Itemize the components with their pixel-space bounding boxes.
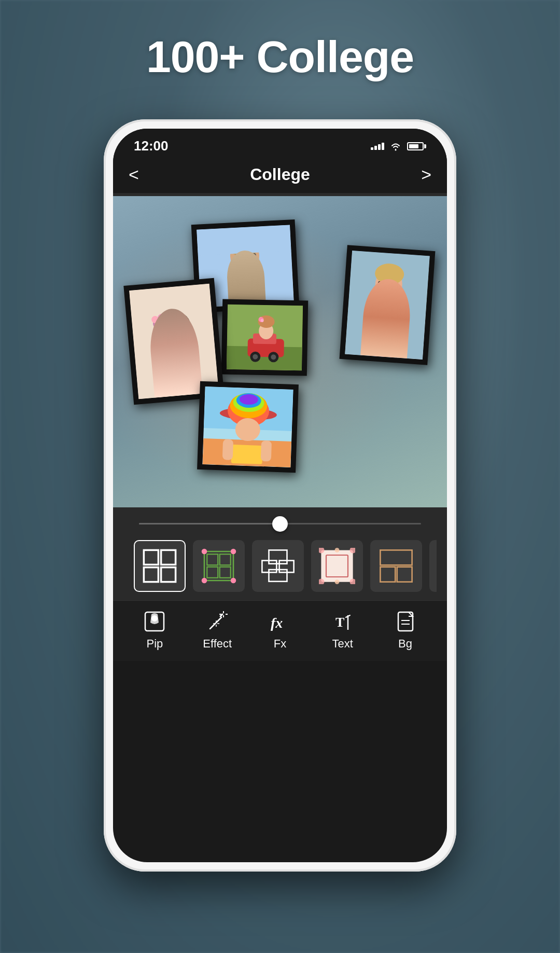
- svg-rect-7: [197, 225, 291, 255]
- svg-line-88: [210, 617, 221, 629]
- svg-text:T: T: [335, 615, 344, 630]
- pip-label: Pip: [146, 637, 163, 651]
- svg-point-65: [231, 549, 236, 555]
- status-bar: 12:00: [113, 129, 447, 159]
- template-item-1[interactable]: [134, 540, 186, 592]
- template-icon-3: [260, 548, 296, 584]
- svg-rect-33: [156, 329, 171, 381]
- svg-point-66: [202, 578, 207, 584]
- nav-bar: < College >: [113, 159, 447, 193]
- svg-rect-6: [246, 254, 256, 259]
- photo-3: [227, 305, 303, 371]
- toolbar-pip[interactable]: Pip: [134, 610, 175, 651]
- svg-point-40: [167, 337, 171, 341]
- svg-point-41: [177, 336, 181, 340]
- svg-rect-52: [231, 445, 263, 464]
- template-item-4[interactable]: [311, 540, 363, 592]
- bg-icon: [394, 610, 417, 633]
- svg-rect-61: [220, 554, 231, 565]
- template-icon-4: [319, 548, 355, 584]
- bg-label: Bg: [398, 637, 412, 651]
- effect-label: Effect: [203, 637, 232, 651]
- slider-thumb[interactable]: [272, 516, 288, 532]
- slider-fill: [139, 523, 280, 524]
- svg-text:REAL: REAL: [375, 320, 393, 328]
- template-item-5[interactable]: [370, 540, 422, 592]
- svg-rect-59: [204, 551, 233, 581]
- status-icons: [371, 141, 426, 151]
- toolbar-effect[interactable]: Effect: [197, 610, 238, 651]
- svg-rect-54: [261, 440, 272, 462]
- photo-collage: REAL: [113, 196, 447, 507]
- svg-rect-55: [144, 550, 158, 564]
- photo-5: [202, 386, 293, 467]
- canvas-area: REAL: [113, 196, 447, 507]
- signal-icon: [371, 143, 384, 150]
- photo-frame-2[interactable]: REAL: [340, 245, 436, 365]
- svg-rect-81: [380, 567, 395, 582]
- svg-point-31: [157, 320, 191, 357]
- bottom-panel: Family: [113, 507, 447, 600]
- text-icon: T: [331, 610, 354, 633]
- svg-text:fx: fx: [271, 615, 283, 631]
- effect-icon: [206, 610, 229, 633]
- svg-rect-60: [207, 554, 218, 565]
- svg-rect-5: [235, 254, 245, 260]
- svg-rect-101: [398, 612, 413, 631]
- svg-point-0: [395, 149, 397, 150]
- phone-shell: 12:00: [104, 119, 456, 872]
- svg-rect-82: [397, 567, 412, 582]
- photo-2: REAL: [345, 251, 430, 360]
- toolbar: Pip Effect: [113, 600, 447, 661]
- svg-rect-71: [269, 570, 287, 582]
- svg-rect-34: [180, 327, 195, 379]
- svg-rect-53: [222, 439, 233, 460]
- pip-icon: [143, 610, 166, 633]
- svg-rect-14: [368, 304, 403, 358]
- template-item-3[interactable]: [252, 540, 304, 592]
- svg-rect-56: [161, 550, 176, 564]
- svg-rect-30: [153, 352, 201, 397]
- bar2: [374, 146, 377, 150]
- svg-point-38: [166, 335, 172, 341]
- template-icon-2: [201, 548, 237, 584]
- svg-point-64: [202, 549, 207, 555]
- time-display: 12:00: [134, 138, 169, 154]
- back-button[interactable]: <: [129, 164, 139, 185]
- toolbar-text[interactable]: T Text: [322, 610, 363, 651]
- template-icon-1: [142, 548, 178, 584]
- fx-icon: fx: [269, 610, 291, 633]
- svg-rect-57: [144, 568, 158, 582]
- template-icon-5: [378, 548, 414, 584]
- svg-point-79: [335, 579, 340, 584]
- toolbar-fx[interactable]: fx Fx: [259, 610, 301, 651]
- photo-frame-3[interactable]: [221, 299, 309, 376]
- headline: 100+ College: [0, 31, 560, 82]
- forward-button[interactable]: >: [421, 164, 431, 185]
- photo-frame-5[interactable]: [197, 381, 299, 473]
- svg-rect-58: [161, 568, 176, 582]
- svg-rect-62: [207, 567, 218, 578]
- svg-point-67: [231, 578, 236, 584]
- bar3: [378, 144, 381, 150]
- svg-rect-80: [380, 550, 412, 565]
- svg-point-39: [176, 334, 182, 341]
- text-label: Text: [332, 637, 353, 651]
- toolbar-bg[interactable]: Bg: [385, 610, 426, 651]
- svg-rect-11: [388, 282, 398, 288]
- slider-track[interactable]: [139, 523, 421, 524]
- slider-container: [123, 518, 437, 535]
- battery-icon: [407, 142, 426, 150]
- svg-rect-68: [269, 550, 287, 563]
- nav-title: College: [250, 165, 310, 184]
- template-item-2[interactable]: [193, 540, 245, 592]
- template-strip: Family: [123, 535, 437, 600]
- bar1: [371, 147, 373, 150]
- bar4: [382, 143, 384, 150]
- wifi-icon: [389, 141, 402, 151]
- svg-point-78: [335, 548, 340, 553]
- svg-rect-10: [377, 281, 387, 287]
- fx-label: Fx: [274, 637, 286, 651]
- template-item-6[interactable]: Family: [429, 540, 437, 592]
- svg-point-87: [151, 615, 158, 621]
